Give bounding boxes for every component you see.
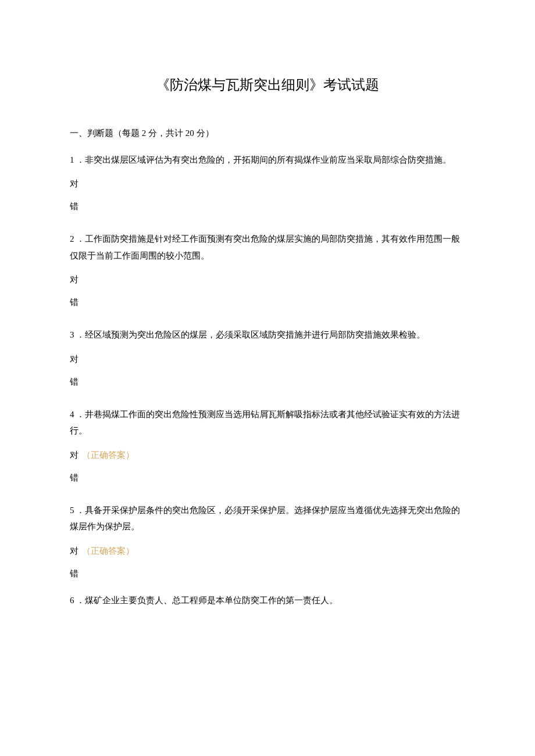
question-text: 2 ．工作面防突措施是针对经工作面预测有突出危险的煤层实施的局部防突措施，其有效… bbox=[70, 231, 465, 264]
correct-answer-label: （正确答案） bbox=[82, 546, 134, 556]
option-true: 对（正确答案） bbox=[70, 543, 465, 559]
correct-answer-label: （正确答案） bbox=[82, 450, 134, 460]
question-3: 3 ．经区域预测为突出危险区的煤层，必须采取区域防突措施并进行局部防突措施效果检… bbox=[70, 327, 465, 390]
question-6: 6 ．煤矿企业主要负责人、总工程师是本单位防突工作的第一责任人。 bbox=[70, 592, 465, 609]
question-1: 1 ．非突出煤层区域评估为有突出危险的，开拓期间的所有揭煤作业前应当采取局部综合… bbox=[70, 152, 465, 215]
option-false: 错 bbox=[70, 470, 465, 486]
option-false: 错 bbox=[70, 295, 465, 310]
question-text: 1 ．非突出煤层区域评估为有突出危险的，开拓期间的所有揭煤作业前应当采取局部综合… bbox=[70, 152, 465, 169]
option-true-label: 对 bbox=[70, 450, 79, 460]
option-false: 错 bbox=[70, 566, 465, 582]
option-false: 错 bbox=[70, 199, 465, 214]
section-header: 一、判断题（每题 2 分，共计 20 分） bbox=[70, 126, 465, 141]
option-true: 对 bbox=[70, 272, 465, 288]
question-text: 3 ．经区域预测为突出危险区的煤层，必须采取区域防突措施并进行局部防突措施效果检… bbox=[70, 327, 465, 343]
option-true: 对 bbox=[70, 352, 465, 367]
question-text: 5 ．具备开采保护层条件的突出危险区，必须开采保护层。选择保护层应当遵循优先选择… bbox=[70, 502, 465, 535]
page-title: 《防治煤与瓦斯突出细则》考试试题 bbox=[70, 76, 465, 94]
question-4: 4 ．井巷揭煤工作面的突出危险性预测应当选用钻屑瓦斯解吸指标法或者其他经试验证实… bbox=[70, 406, 465, 486]
option-true-label: 对 bbox=[70, 546, 79, 556]
question-2: 2 ．工作面防突措施是针对经工作面预测有突出危险的煤层实施的局部防突措施，其有效… bbox=[70, 231, 465, 310]
option-true: 对 bbox=[70, 176, 465, 192]
question-text: 4 ．井巷揭煤工作面的突出危险性预测应当选用钻屑瓦斯解吸指标法或者其他经试验证实… bbox=[70, 406, 465, 439]
question-5: 5 ．具备开采保护层条件的突出危险区，必须开采保护层。选择保护层应当遵循优先选择… bbox=[70, 502, 465, 582]
option-true: 对（正确答案） bbox=[70, 447, 465, 463]
option-false: 错 bbox=[70, 374, 465, 390]
document-page: 《防治煤与瓦斯突出细则》考试试题 一、判断题（每题 2 分，共计 20 分） 1… bbox=[0, 0, 535, 643]
